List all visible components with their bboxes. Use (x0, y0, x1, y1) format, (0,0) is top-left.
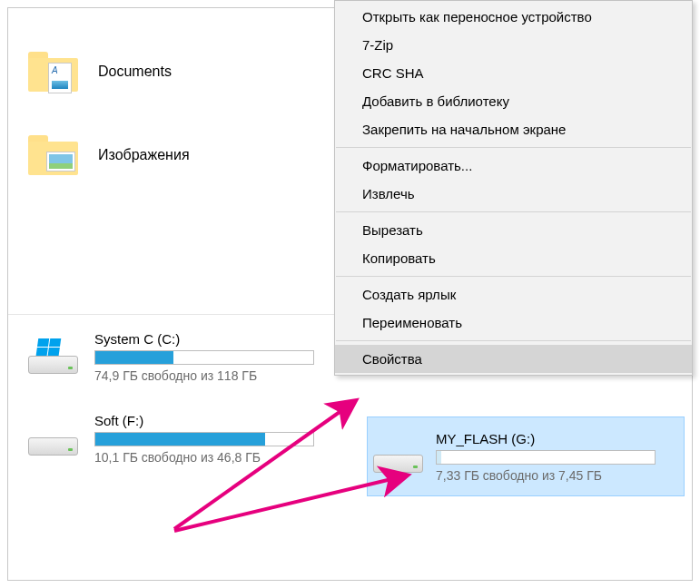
ctx-7zip[interactable]: 7-Zip (335, 31, 692, 59)
capacity-bar (94, 350, 314, 365)
drive-icon (373, 440, 423, 473)
drive-label: System C (C:) (94, 331, 330, 347)
ctx-separator (336, 211, 691, 212)
ctx-separator (336, 276, 691, 277)
drive-myflash-g[interactable]: MY_FLASH (G:) 7,33 ГБ свободно из 7,45 Г… (367, 416, 685, 496)
ctx-separator (336, 147, 691, 148)
folder-images[interactable]: Изображения (28, 135, 190, 175)
folder-icon: A (28, 52, 78, 92)
folder-icon (28, 135, 78, 175)
folder-label: Documents (98, 64, 172, 80)
ctx-cut[interactable]: Вырезать (335, 216, 692, 244)
section-divider (8, 314, 344, 315)
ctx-format[interactable]: Форматировать... (335, 152, 692, 180)
context-menu: Открыть как переносное устройство 7-Zip … (334, 0, 693, 376)
free-space-text: 10,1 ГБ свободно из 46,8 ГБ (94, 450, 330, 465)
folder-label: Изображения (98, 147, 190, 163)
drive-label: MY_FLASH (G:) (436, 431, 672, 446)
ctx-open-portable[interactable]: Открыть как переносное устройство (335, 3, 692, 31)
capacity-bar (436, 450, 656, 465)
ctx-shortcut[interactable]: Создать ярлык (335, 280, 692, 309)
drive-icon (28, 341, 78, 374)
ctx-pin-start[interactable]: Закрепить на начальном экране (335, 115, 692, 143)
ctx-copy[interactable]: Копировать (335, 244, 692, 272)
folder-documents[interactable]: A Documents (28, 52, 172, 92)
ctx-add-library[interactable]: Добавить в библиотеку (335, 87, 692, 115)
ctx-crc-sha[interactable]: CRC SHA (335, 59, 692, 87)
ctx-properties[interactable]: Свойства (335, 345, 692, 373)
drive-icon (28, 423, 78, 456)
ctx-eject[interactable]: Извлечь (335, 180, 692, 208)
capacity-bar (94, 432, 314, 446)
drive-label: Soft (F:) (94, 413, 330, 428)
free-space-text: 7,33 ГБ свободно из 7,45 ГБ (436, 468, 672, 483)
free-space-text: 74,9 ГБ свободно из 118 ГБ (94, 368, 330, 383)
drive-system-c[interactable]: System C (C:) 74,9 ГБ свободно из 118 ГБ (28, 331, 330, 383)
drive-soft-f[interactable]: Soft (F:) 10,1 ГБ свободно из 46,8 ГБ (28, 413, 330, 465)
ctx-separator (336, 340, 691, 341)
ctx-rename[interactable]: Переименовать (335, 309, 692, 337)
